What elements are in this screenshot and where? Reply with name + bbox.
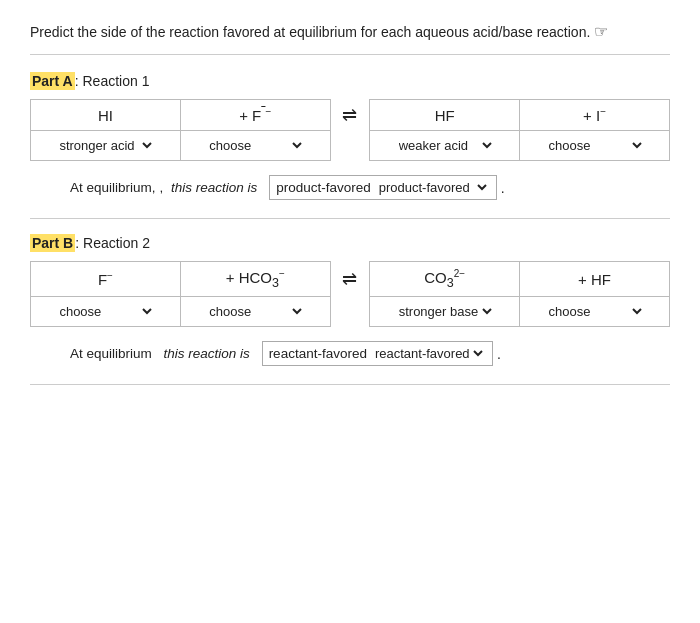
arrow-spacer-b xyxy=(330,297,370,327)
at-equilibrium-a-text: At equilibrium, xyxy=(70,180,156,195)
product-b1-role-select[interactable]: stronger base weaker base stronger acid … xyxy=(395,303,495,320)
reactant-a1-select-cell[interactable]: stronger acid weaker acid stronger base … xyxy=(31,131,181,161)
equilibrium-b-select[interactable]: reactant-favored product-favored neither xyxy=(371,345,486,362)
equilibrium-arrow-b: ⇌ xyxy=(330,262,370,297)
product-a2-select-cell[interactable]: choose stronger acid weaker acid stronge… xyxy=(520,131,670,161)
instructions-text: Predict the side of the reaction favored… xyxy=(30,20,670,55)
instructions-content: Predict the side of the reaction favored… xyxy=(30,24,590,40)
product-a1-formula: HF xyxy=(370,100,520,131)
reactant-a2-role-select[interactable]: choose stronger acid weaker acid stronge… xyxy=(205,137,305,154)
reaction-is-a-text: this reaction is xyxy=(171,180,257,195)
equilibrium-a-select[interactable]: product-favored reactant-favored neither xyxy=(375,179,490,196)
product-a1-role-select[interactable]: weaker acid stronger acid stronger base … xyxy=(395,137,495,154)
reactant-b2-role-select[interactable]: choose stronger acid weaker acid stronge… xyxy=(205,303,305,320)
reaction-is-b-text: this reaction is xyxy=(164,346,250,361)
equilibrium-arrow-a: ⇌ xyxy=(330,100,370,131)
reactant-a2-select-cell[interactable]: choose stronger acid weaker acid stronge… xyxy=(180,131,330,161)
reaction-b-table: F− + HCO3− ⇌ CO32− + HF choose stronger … xyxy=(30,261,670,327)
arrow-spacer-a xyxy=(330,131,370,161)
equilibrium-b-statement: At equilibrium this reaction is reactant… xyxy=(70,341,670,366)
reactant-b2-select-cell[interactable]: choose stronger acid weaker acid stronge… xyxy=(180,297,330,327)
equilibrium-b-select-box[interactable]: reactant-favored reactant-favored produc… xyxy=(262,341,493,366)
reactant-a1-formula: HI xyxy=(31,100,181,131)
product-a2-role-select[interactable]: choose stronger acid weaker acid stronge… xyxy=(545,137,645,154)
equilibrium-a-value: product-favored xyxy=(276,180,371,195)
reactant-a1-role-select[interactable]: stronger acid weaker acid stronger base … xyxy=(55,137,155,154)
reactant-b1-role-select[interactable]: choose stronger acid weaker acid stronge… xyxy=(55,303,155,320)
part-b-label: Part B xyxy=(30,234,75,252)
part-a-label: Part A xyxy=(30,72,75,90)
part-a-title: : Reaction 1 xyxy=(75,73,150,89)
divider-bottom xyxy=(30,384,670,385)
reactant-b1-formula: F− xyxy=(31,262,181,297)
product-b2-formula: + HF xyxy=(520,262,670,297)
product-b1-select-cell[interactable]: stronger base weaker base stronger acid … xyxy=(370,297,520,327)
product-b1-formula: CO32− xyxy=(370,262,520,297)
product-b2-role-select[interactable]: choose stronger acid weaker acid stronge… xyxy=(545,303,645,320)
equilibrium-a-statement: At equilibrium,, this reaction is produc… xyxy=(70,175,670,200)
at-equilibrium-b-text: At equilibrium xyxy=(70,346,152,361)
cursor-icon: ☞ xyxy=(594,20,608,44)
reaction-a-table: HI + F − ⇌ HF + I− stronger acid weaker … xyxy=(30,99,670,161)
reactant-b1-select-cell[interactable]: choose stronger acid weaker acid stronge… xyxy=(31,297,181,327)
divider-ab xyxy=(30,218,670,219)
period-a: . xyxy=(501,180,505,196)
product-b2-select-cell[interactable]: choose stronger acid weaker acid stronge… xyxy=(520,297,670,327)
reactant-b2-formula: + HCO3− xyxy=(180,262,330,297)
part-b-header: Part B: Reaction 2 xyxy=(30,235,670,251)
period-b: . xyxy=(497,346,501,362)
product-a1-select-cell[interactable]: weaker acid stronger acid stronger base … xyxy=(370,131,520,161)
part-b-title: : Reaction 2 xyxy=(75,235,150,251)
equilibrium-b-value: reactant-favored xyxy=(269,346,367,361)
product-a2-formula: + I− xyxy=(520,100,670,131)
equilibrium-a-select-box[interactable]: product-favored product-favored reactant… xyxy=(269,175,497,200)
part-a-header: Part A: Reaction 1 xyxy=(30,73,670,89)
reactant-a2-formula: + F − xyxy=(180,100,330,131)
